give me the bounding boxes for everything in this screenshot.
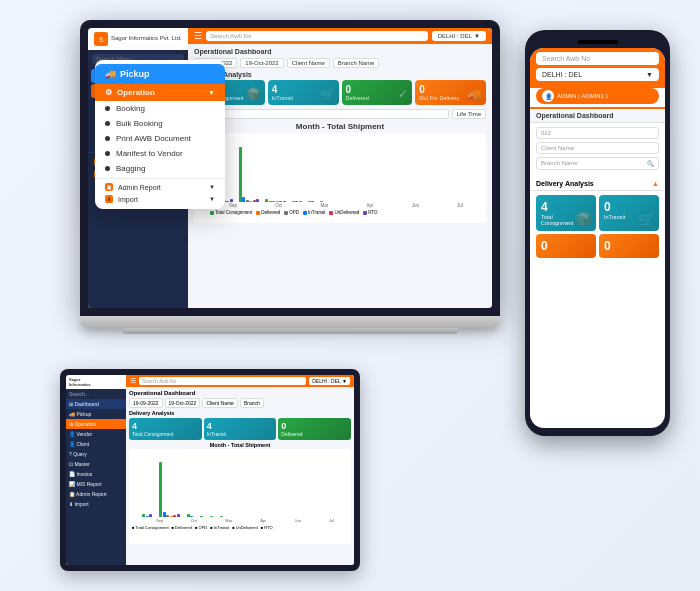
client-name[interactable]: Client Name (202, 398, 238, 408)
legend-dot (329, 211, 333, 215)
tablet-query[interactable]: ? Query (66, 449, 126, 459)
bullet-icon (105, 151, 110, 156)
bar-delivered (249, 201, 252, 202)
bar-rto (256, 199, 259, 202)
date-to-input[interactable]: 19-Oct-2022 (240, 58, 283, 68)
bullet-icon (105, 121, 110, 126)
phone-metrics: 4 TotalConsignment 📦 0 InTransit 🛒 0 (530, 191, 665, 262)
legend-dot (284, 211, 288, 215)
chart-bars (210, 137, 482, 202)
tablet-legend: ■ Total Consignment ■ Delivered ■ OPD ■ … (132, 525, 348, 530)
location-select[interactable]: DELHI : DEL ▼ (309, 377, 350, 385)
popup-item-booking[interactable]: Booking (95, 101, 225, 116)
tablet-import[interactable]: ⬇ Import (66, 499, 126, 509)
tablet-bars (132, 452, 348, 517)
bar-tall (159, 462, 162, 517)
metric-intransit: 4 InTransit (204, 418, 277, 440)
bar-rto (283, 201, 286, 202)
bullet-icon (105, 166, 110, 171)
chart-area: 300 200 100 0 (194, 133, 486, 223)
logo-text: SagorInformatics (69, 377, 123, 387)
phone-date-row: 022 (536, 127, 659, 139)
phone-device: Search Awb No DELHI : DEL ▼ 👤 ADMIN ( AD… (525, 30, 670, 436)
popup-item-print-awb[interactable]: Print AWB Document (95, 131, 225, 146)
tablet-vendor[interactable]: 👤 Vendor (66, 429, 126, 439)
legend-delivered: Delivered (256, 210, 280, 215)
tablet-search[interactable]: Search... (66, 389, 126, 399)
bar-group (210, 516, 213, 517)
consignment-icon: 📦 (246, 87, 261, 101)
tablet-pickup[interactable]: 🚚 Pickup (66, 409, 126, 419)
report-icon: 📋 (105, 183, 113, 191)
x-axis-labels: Sep Oct Mar Apr Jun Jul (210, 203, 482, 208)
branch-name[interactable]: Branch (240, 398, 264, 408)
hamburger-icon[interactable]: ☰ (194, 31, 202, 41)
phone-content: Search Awb No DELHI : DEL ▼ 👤 ADMIN ( AD… (530, 48, 665, 262)
popup-operation-active[interactable]: ⚙ Operation ▼ (95, 84, 225, 101)
phone-client-row[interactable]: Client Name (536, 142, 659, 154)
metric-label: InTransit (207, 431, 274, 437)
main-content: ☰ Search Awb No DELHI : DEL ▼ Operationa… (188, 28, 492, 308)
popup-item-bagging[interactable]: Bagging (95, 161, 225, 176)
tablet-delivery-analysis: Delivery Analysis (129, 410, 351, 416)
phone-topbar: Search Awb No DELHI : DEL ▼ (530, 48, 665, 88)
bar (173, 515, 176, 517)
intransit-icon: 🛒 (320, 87, 335, 101)
operation-icon: ⚙ (105, 88, 112, 97)
metric-number: 4 (132, 421, 199, 431)
phone-branch-row[interactable]: Branch Name 🔍 (536, 157, 659, 170)
bar-intransit (242, 197, 245, 202)
hamburger-icon[interactable]: ☰ (130, 377, 136, 385)
bar-opd (299, 201, 302, 202)
popup-admin-report[interactable]: 📋 Admin Report ▼ (95, 181, 225, 193)
metrics-row: 4 Total Consignment 📦 4 InTransit 🛒 0 (194, 80, 486, 105)
tablet-client[interactable]: 👤 Client (66, 439, 126, 449)
tablet-operation[interactable]: ⚙ Operation (66, 419, 126, 429)
bar-group (220, 516, 223, 517)
tablet-invoice[interactable]: 📄 Invoice (66, 469, 126, 479)
metric-label: Total Consignment (132, 431, 199, 437)
legend-intransit: InTransit (303, 210, 325, 215)
bar-intransit (295, 201, 298, 202)
laptop-base (80, 316, 500, 328)
bullet-icon (105, 136, 110, 141)
date-from[interactable]: 19-09-2022 (129, 398, 163, 408)
top-bar: ☰ Search Awb No DELHI : DEL ▼ (188, 28, 492, 44)
metric-number: 0 (281, 421, 348, 431)
period-filter-select[interactable]: 3 Months (194, 109, 449, 119)
chevron-down-icon: ▼ (209, 184, 215, 190)
tablet-dashboard[interactable]: ⊞ Dashboard (66, 399, 126, 409)
phone-metric-4: 0 (599, 234, 659, 258)
tablet-admin-report[interactable]: 📋 Admin Report (66, 489, 126, 499)
legend-opd: OPD (284, 210, 299, 215)
date-row: 01-Oct-2022 19-Oct-2022 Client Name Bran… (194, 58, 486, 68)
bar (200, 516, 203, 517)
branch-name-input[interactable]: Branch Name (333, 58, 380, 68)
phone-location-select[interactable]: DELHI : DEL ▼ (536, 68, 659, 81)
search-awb-input[interactable]: Search Awb No (206, 31, 428, 41)
phone-search-input[interactable]: Search Awb No (536, 52, 659, 65)
chart-title: Month - Total Shipment (194, 122, 486, 131)
metric-number: 0 (541, 239, 591, 253)
bar (166, 515, 169, 517)
search-awb-input[interactable]: Search Awb No (139, 377, 306, 385)
popup-import[interactable]: ⬇ Import ▼ (95, 193, 225, 205)
popup-item-manifest[interactable]: Manifest to Vendor (95, 146, 225, 161)
chart-bars-container: Sep Oct Mar Apr Jun Jul (210, 137, 482, 215)
legend-dot (363, 211, 367, 215)
client-name-input[interactable]: Client Name (287, 58, 330, 68)
popup-item-bulk-booking[interactable]: Bulk Booking (95, 116, 225, 131)
bullet-icon (105, 106, 110, 111)
tablet-screen: SagorInformatics Search... ⊞ Dashboard 🚚… (60, 369, 360, 571)
tablet-main: ☰ Search Awb No DELHI : DEL ▼ Operationa… (126, 375, 354, 565)
bar-undelivered (226, 201, 229, 202)
popup-pickup-header: 🚚 Pickup (95, 64, 225, 84)
tablet-topbar: ☰ Search Awb No DELHI : DEL ▼ (126, 375, 354, 387)
phone-form-section: 022 Client Name Branch Name 🔍 (530, 123, 665, 177)
location-select[interactable]: DELHI : DEL ▼ (432, 31, 486, 41)
metric-out-for-delivery: 0 Out For Delivery 🚚 (415, 80, 486, 105)
date-to[interactable]: 19-Oct-2022 (165, 398, 201, 408)
tablet-master[interactable]: ⊡ Master (66, 459, 126, 469)
tablet-mis-report[interactable]: 📊 MIS Report (66, 479, 126, 489)
tablet-chart: Sep Oct Mar Apr Jun Jul ■ Total Consignm… (129, 449, 351, 544)
